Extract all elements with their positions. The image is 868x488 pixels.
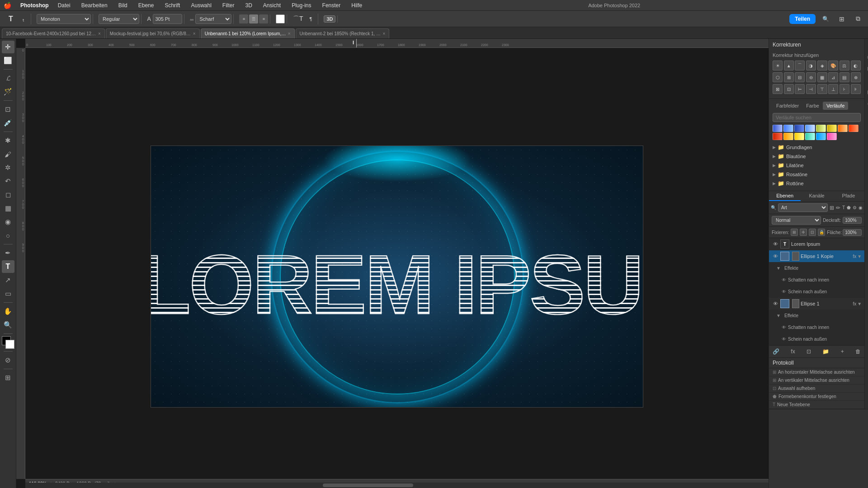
tab-unbenannt-2[interactable]: Unbenannt-2 bei 1850% (Rechteck 1, RGB/8… [296,28,390,38]
character-panel-icon[interactable]: ¶ [305,14,316,24]
layer-delete-icon[interactable]: 🗑 [854,347,862,356]
bw-icon[interactable]: ◐ [851,61,861,70]
menu-3d[interactable]: 3D [243,2,254,9]
options-icon[interactable]: ⚙ [865,99,868,108]
fix-position-icon[interactable]: ⊞ [791,229,798,236]
grad-swatch-10[interactable] [794,133,804,140]
menu-hilfe[interactable]: Hilfe [349,2,364,9]
search-button[interactable]: 🔍 [819,13,832,25]
layer-lorem-ipsum[interactable]: 👁 T Lorem Ipsum [769,238,864,250]
grad-swatch-11[interactable] [805,133,815,140]
menu-datei[interactable]: Datei [56,2,72,9]
korr-icon-c[interactable]: ⊢ [795,84,805,94]
folder-rosatone[interactable]: ▶ 📁 Rosatöne [773,170,861,179]
gradient-map-icon[interactable]: ▤ [840,72,849,82]
layer-effekte-1[interactable]: ▼ Effekte [769,263,864,274]
blend-mode-select[interactable]: Normal [772,216,821,225]
hsl-icon[interactable]: 🎨 [828,61,838,70]
gradient-tool[interactable]: ▦ [2,202,14,215]
menu-fenster[interactable]: Fenster [321,2,343,9]
menu-bearbeiten[interactable]: Bearbeiten [80,2,109,9]
warp-text-icon[interactable]: ⌒T [292,14,303,24]
effect-eye-icon[interactable]: 👁 [782,325,787,330]
grad-swatch-5[interactable] [827,125,837,132]
layer-visibility-icon[interactable]: 👁 [772,301,779,306]
tab-close-icon[interactable]: × [193,31,196,36]
korr-icon-e[interactable]: ⊤ [817,84,827,94]
color-balance-icon[interactable]: ⚖ [840,61,849,70]
lasso-tool[interactable]: 𝓛 [2,72,14,84]
blur-tool[interactable]: ◉ [2,216,14,228]
sharpness-select[interactable]: Scharf [195,14,231,24]
korr-icon-h[interactable]: ⊧ [851,84,861,94]
fix-transform-icon[interactable]: ⊡ [809,229,816,236]
menu-auswahl[interactable]: Auswahl [189,2,213,9]
menu-ansicht[interactable]: Ansicht [261,2,283,9]
menu-bild[interactable]: Bild [117,2,129,9]
flaeche-input[interactable] [843,229,862,236]
protokoll-item-1[interactable]: ⊞ An vertikaler Mittelachse ausrichten [769,376,864,385]
grad-swatch-8[interactable] [773,133,783,140]
brightness-contrast-icon[interactable]: ☀ [773,61,783,70]
workspace-button[interactable]: ⊞ [835,13,848,25]
color-wheel-icon[interactable]: ◉ [865,52,868,61]
apple-menu[interactable]: 🍎 [4,2,11,9]
info-icon[interactable]: ℹ [865,41,868,50]
grad-swatch-6[interactable] [838,125,848,132]
text-color-swatch[interactable] [276,14,285,23]
share-button[interactable]: Teilen [789,14,816,24]
canvas-container[interactable]: LOREM IPSUM [25,48,769,479]
grad-swatch-2[interactable] [794,125,804,132]
tab-farbfelder[interactable]: Farbfelder [773,102,802,110]
layer-visibility-icon[interactable]: 👁 [772,241,779,247]
arrange-button[interactable]: ⧉ [852,13,864,25]
layers-icon[interactable]: ≡ [865,76,868,85]
layer-visibility-icon[interactable]: 👁 [772,253,779,259]
menu-schrift[interactable]: Schrift [163,2,182,9]
invert-icon[interactable]: ⊖ [806,72,816,82]
tab-farbe[interactable]: Farbe [802,102,823,110]
layer-mask-icon[interactable]: ⊡ [806,347,812,356]
protokoll-item-4[interactable]: T Neue Textebene [769,401,864,409]
filter-adjustment-icon[interactable]: ⚙ [853,205,857,210]
effect-eye-icon[interactable]: 👁 [782,337,787,342]
history-brush-tool[interactable]: ↶ [2,175,14,188]
tab-lorem-ipsum[interactable]: Unbenannt-1 bei 120% (Lorem Ipsum, RGB/8… [201,28,295,38]
clone-stamp-tool[interactable]: ✲ [2,161,14,174]
quick-select-tool[interactable]: 🪄 [2,85,14,98]
eyedropper-tool[interactable]: 💉 [2,117,14,129]
layer-schatten-innen-2[interactable]: 👁 Schatten nach innen [769,322,864,333]
align-center-button[interactable]: ☰ [249,14,258,23]
layer-ellipse-1-kopie[interactable]: 👁 Ellipse 1 Kopie fx ▼ [769,250,864,263]
layer-effect-toggle[interactable]: ▼ [776,266,783,271]
screen-mode-tool[interactable]: ⊞ [2,371,14,384]
grad-swatch-4[interactable] [816,125,826,132]
font-family-select[interactable]: Monoton [37,14,91,24]
photo-filter-icon[interactable]: ⬡ [773,72,783,82]
menu-filter[interactable]: Filter [221,2,236,9]
tab-kanaele[interactable]: Kanäle [801,191,832,201]
layer-effect-toggle[interactable]: ▼ [776,313,783,318]
fx-badge[interactable]: fx [853,254,856,259]
color-lookup-icon[interactable]: ⊟ [795,72,805,82]
fix-all-icon[interactable]: 🔒 [818,229,825,236]
layer-schatten-innen-1[interactable]: 👁 Schatten nach innen [769,274,864,286]
grad-swatch-13[interactable] [827,133,837,140]
fx-badge[interactable]: fx [853,301,856,306]
korr-icon-g[interactable]: ⊦ [840,84,849,94]
horizontal-scrollbar[interactable] [25,483,769,488]
quick-mask-tool[interactable]: ⊘ [2,354,14,366]
foreground-background-colors[interactable] [2,336,14,349]
background-color[interactable] [5,340,14,349]
3d-button[interactable]: 3D [324,15,335,23]
opacity-input[interactable] [843,217,862,224]
text-orientation-icon[interactable]: ₜ [18,14,29,24]
crop-tool[interactable]: ⊡ [2,103,14,116]
filter-pencil-icon[interactable]: ✏ [836,205,840,211]
grad-swatch-9[interactable] [783,133,793,140]
exposure-icon[interactable]: ◑ [806,61,816,70]
selective-color-icon[interactable]: ⊕ [851,72,861,82]
folder-grundlagen[interactable]: ▶ 📁 Grundlagen [773,143,861,152]
layer-link-icon[interactable]: 🔗 [772,347,780,356]
effect-eye-icon[interactable]: 👁 [782,277,787,282]
